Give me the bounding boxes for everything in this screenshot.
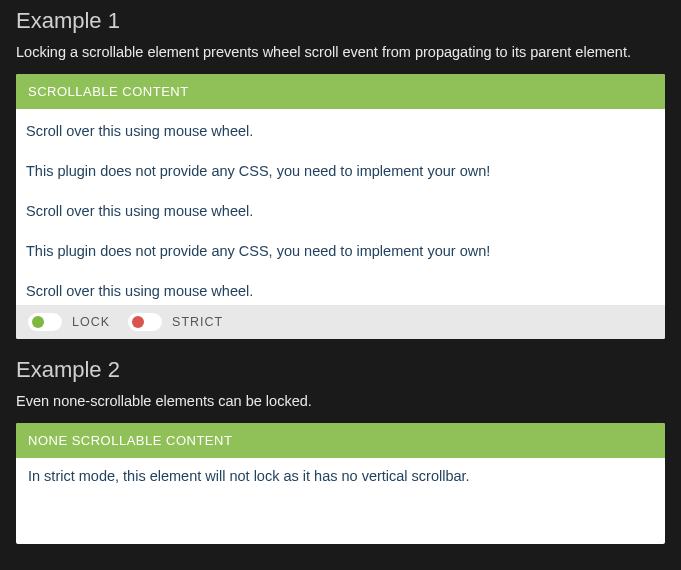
- none-scrollable-panel-header: NONE SCROLLABLE CONTENT: [16, 423, 665, 458]
- example-1-desc: Locking a scrollable element prevents wh…: [16, 44, 665, 60]
- example-1-section: Example 1 Locking a scrollable element p…: [16, 8, 665, 339]
- scroll-line: This plugin does not provide any CSS, yo…: [26, 243, 655, 259]
- scrollable-panel-header: SCROLLABLE CONTENT: [16, 74, 665, 109]
- lock-toggle-label: LOCK: [72, 315, 110, 329]
- strict-toggle-label: STRICT: [172, 315, 223, 329]
- example-2-heading: Example 2: [16, 357, 665, 383]
- lock-toggle[interactable]: [28, 313, 62, 331]
- scrollable-content[interactable]: Scroll over this using mouse wheel. This…: [16, 109, 665, 305]
- panel-footer: LOCK STRICT: [16, 305, 665, 339]
- scroll-line: Scroll over this using mouse wheel.: [26, 203, 655, 219]
- toggle-knob-icon: [132, 316, 144, 328]
- scroll-line: Scroll over this using mouse wheel.: [26, 283, 655, 299]
- none-scrollable-panel: NONE SCROLLABLE CONTENT In strict mode, …: [16, 423, 665, 544]
- scroll-line: Scroll over this using mouse wheel.: [26, 123, 655, 139]
- none-scrollable-content: In strict mode, this element will not lo…: [16, 458, 665, 544]
- strict-toggle[interactable]: [128, 313, 162, 331]
- scrollable-panel: SCROLLABLE CONTENT Scroll over this usin…: [16, 74, 665, 339]
- toggle-knob-icon: [32, 316, 44, 328]
- example-1-heading: Example 1: [16, 8, 665, 34]
- example-2-section: Example 2 Even none-scrollable elements …: [16, 357, 665, 544]
- scroll-line: This plugin does not provide any CSS, yo…: [26, 163, 655, 179]
- example-2-desc: Even none-scrollable elements can be loc…: [16, 393, 665, 409]
